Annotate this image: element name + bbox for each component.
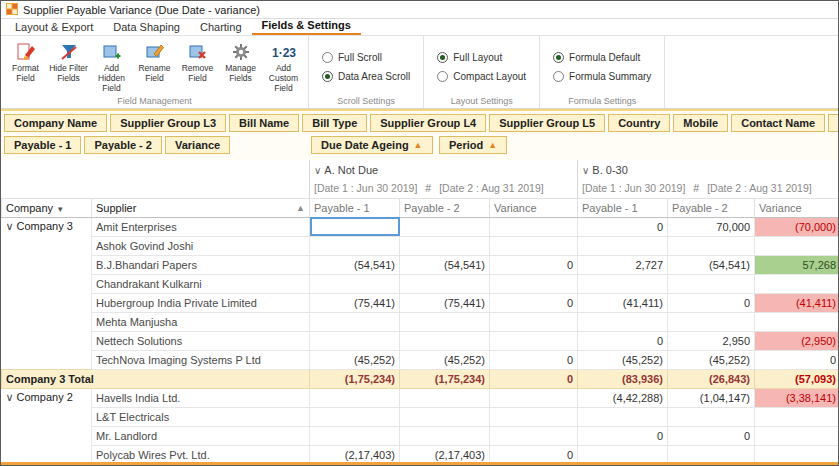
field-chip-variance[interactable]: Variance <box>165 136 230 154</box>
value-cell[interactable] <box>310 312 400 331</box>
value-cell[interactable]: (54,541) <box>400 255 490 274</box>
value-cell[interactable] <box>755 236 839 255</box>
value-cell[interactable]: 2,950 <box>668 331 755 350</box>
value-cell[interactable]: (1,75,234) <box>310 369 400 388</box>
radio-formula-default[interactable]: Formula Default <box>553 52 651 63</box>
value-cell[interactable]: (41,411) <box>578 293 668 312</box>
add-custom-field-button[interactable]: 1·23Add Custom Field <box>262 38 305 95</box>
radio-icon[interactable] <box>437 71 448 82</box>
radio-selected-icon[interactable] <box>322 71 333 82</box>
radio-compact-layout[interactable]: Compact Layout <box>437 71 526 82</box>
rename-field-button[interactable]: Rename Field <box>133 38 176 95</box>
value-cell[interactable]: 0 <box>755 350 839 369</box>
supplier-cell[interactable]: Chandrakant Kulkarni <box>92 274 310 293</box>
value-cell[interactable] <box>490 312 578 331</box>
value-cell[interactable]: (45,252) <box>310 350 400 369</box>
measure-header[interactable]: Payable - 1 <box>578 198 668 217</box>
value-cell[interactable]: 0 <box>578 217 668 236</box>
value-cell[interactable] <box>578 274 668 293</box>
manage-fields-button[interactable]: Manage Fields <box>219 38 262 95</box>
field-chip-bill-type[interactable]: Bill Type <box>302 114 367 132</box>
value-cell[interactable]: (1,75,234) <box>400 369 490 388</box>
value-cell[interactable] <box>400 426 490 445</box>
supplier-cell[interactable]: L&T Electricals <box>92 407 310 426</box>
value-cell[interactable]: (45,252) <box>668 350 755 369</box>
value-cell[interactable] <box>668 236 755 255</box>
value-cell[interactable] <box>490 407 578 426</box>
supplier-cell[interactable]: Mehta Manjusha <box>92 312 310 331</box>
supplier-cell[interactable]: B.J.Bhandari Papers <box>92 255 310 274</box>
selected-value-cell[interactable] <box>310 217 400 236</box>
company-cell[interactable]: ∨Company 2 <box>2 388 92 407</box>
value-cell[interactable]: 0 <box>668 293 755 312</box>
filter-dropdown-icon[interactable]: ▼ <box>56 205 64 214</box>
column-group-a[interactable]: ∨A. Not Due <box>310 160 578 179</box>
measure-header[interactable]: Payable - 2 <box>400 198 490 217</box>
value-cell[interactable]: 0 <box>490 369 578 388</box>
remove-field-button[interactable]: Remove Field <box>176 38 219 95</box>
sort-asc-icon[interactable]: ▲ <box>296 203 305 213</box>
supplier-cell[interactable]: Mr. Landlord <box>92 426 310 445</box>
value-cell[interactable] <box>310 331 400 350</box>
value-cell[interactable]: (75,441) <box>310 293 400 312</box>
value-cell[interactable]: 2,727 <box>578 255 668 274</box>
value-cell[interactable] <box>400 388 490 407</box>
value-cell[interactable] <box>578 407 668 426</box>
value-cell[interactable] <box>578 312 668 331</box>
measure-header[interactable]: Variance <box>755 198 839 217</box>
value-cell[interactable]: (54,541) <box>310 255 400 274</box>
format-field-button[interactable]: Format Field <box>4 38 47 95</box>
field-chip-company-name[interactable]: Company Name <box>4 114 107 132</box>
hide-filter-fields-button[interactable]: Hide Filter Fields <box>47 38 90 95</box>
value-cell[interactable] <box>310 407 400 426</box>
supplier-cell[interactable]: Amit Enterprises <box>92 217 310 236</box>
value-cell[interactable]: 0 <box>490 293 578 312</box>
value-cell[interactable] <box>310 236 400 255</box>
value-cell[interactable]: 0 <box>490 255 578 274</box>
value-cell[interactable]: (70,000) <box>755 217 839 236</box>
value-cell[interactable]: (57,093) <box>755 369 839 388</box>
sort-asc-icon[interactable]: ▲ <box>488 140 497 150</box>
field-chip-contact-name[interactable]: Contact Name <box>731 114 825 132</box>
value-cell[interactable] <box>310 426 400 445</box>
value-cell[interactable]: (4,42,288) <box>578 388 668 407</box>
radio-icon[interactable] <box>553 71 564 82</box>
value-cell[interactable]: (3,38,141) <box>755 388 839 407</box>
value-cell[interactable] <box>490 331 578 350</box>
supplier-header[interactable]: Supplier▲ <box>92 198 310 217</box>
value-cell[interactable] <box>755 274 839 293</box>
value-cell[interactable] <box>668 312 755 331</box>
value-cell[interactable]: (54,541) <box>668 255 755 274</box>
tab-layout-export[interactable]: Layout & Export <box>5 20 103 35</box>
value-cell[interactable] <box>400 312 490 331</box>
company-cell[interactable]: ∨Company 3 <box>2 217 92 236</box>
field-chip-bill-name[interactable]: Bill Name <box>229 114 299 132</box>
column-group-b[interactable]: ∨B. 0-30 <box>578 160 839 179</box>
value-cell[interactable] <box>755 407 839 426</box>
supplier-cell[interactable]: Havells India Ltd. <box>92 388 310 407</box>
value-cell[interactable] <box>668 274 755 293</box>
chevron-down-icon[interactable]: ∨ <box>314 165 321 176</box>
radio-icon[interactable] <box>322 52 333 63</box>
value-cell[interactable]: (45,252) <box>578 350 668 369</box>
value-cell[interactable]: 0 <box>490 350 578 369</box>
field-chip-supplier-group-l3[interactable]: Supplier Group L3 <box>110 114 226 132</box>
collapse-icon[interactable]: ∨ <box>6 220 14 232</box>
supplier-cell[interactable]: Hubergroup India Private Limited <box>92 293 310 312</box>
field-chip-supplier-group-l4[interactable]: Supplier Group L4 <box>370 114 486 132</box>
company-header[interactable]: Company ▼ <box>2 198 92 217</box>
radio-full-scroll[interactable]: Full Scroll <box>322 52 410 63</box>
add-hidden-field-button[interactable]: Add Hidden Field <box>90 38 133 95</box>
chevron-down-icon[interactable]: ∨ <box>582 165 589 176</box>
value-cell[interactable] <box>490 217 578 236</box>
radio-data-area-scroll[interactable]: Data Area Scroll <box>322 71 410 82</box>
tab-charting[interactable]: Charting <box>190 20 252 35</box>
value-cell[interactable] <box>400 407 490 426</box>
value-cell[interactable] <box>490 236 578 255</box>
measure-header[interactable]: Variance <box>490 198 578 217</box>
radio-full-layout[interactable]: Full Layout <box>437 52 526 63</box>
value-cell[interactable] <box>310 274 400 293</box>
value-cell[interactable] <box>490 426 578 445</box>
value-cell[interactable] <box>400 217 490 236</box>
field-chip-supplier-group-l5[interactable]: Supplier Group L5 <box>489 114 605 132</box>
